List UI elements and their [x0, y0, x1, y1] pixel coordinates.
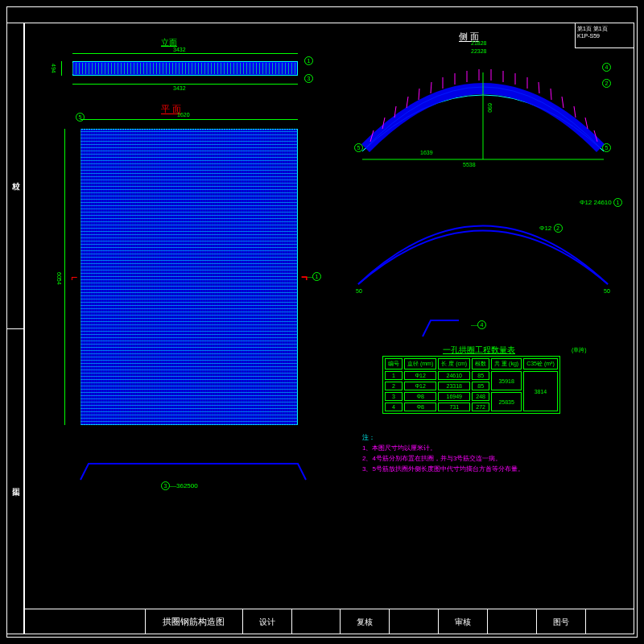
- plan-hatch: [80, 129, 298, 425]
- sidebar-cell-1: 校对: [7, 23, 23, 328]
- dim-side-span: 5538: [463, 162, 476, 167]
- dim-plan-top: [80, 119, 298, 120]
- tb-empty2: [390, 609, 439, 634]
- svg-line-4: [419, 89, 419, 100]
- section-mark-left: ⌐: [71, 270, 77, 283]
- rebar-arc: [346, 184, 620, 296]
- th-3: 根数: [472, 358, 489, 369]
- th-1: 直径 (mm): [404, 358, 436, 369]
- side-callout-5l: 5: [354, 143, 363, 152]
- table-row: 1Φ122461085359183814: [385, 371, 558, 380]
- notes-block: 注： 1、本图尺寸均以厘米计。 2、4号筋分别布置在拱圈，并与3号筋交连一病。 …: [362, 433, 620, 473]
- callout-plan-5: 5: [76, 113, 85, 122]
- dim-side-top: 21828: [471, 40, 486, 46]
- arc-end-r: 50: [604, 288, 610, 294]
- dim-plan-left-val: 6054: [56, 272, 62, 285]
- dim-elev-bot: [72, 84, 298, 85]
- arc-callout-1: Φ12 24610 1: [580, 198, 622, 207]
- note-line-3: 3、5号筋放拱圈外侧长度图中代寸均摘台方首等分布量。: [362, 464, 620, 473]
- svg-line-15: [551, 89, 551, 100]
- tb-empty1: [292, 609, 341, 634]
- tb-spacer: [24, 609, 146, 634]
- section-mark-right: ¬: [301, 270, 308, 283]
- dim-side-rise: 690: [487, 103, 493, 113]
- note-line-1: 1、本图尺寸均以厘米计。: [362, 444, 620, 452]
- arc-end-l: 50: [356, 288, 362, 294]
- svg-line-3: [407, 97, 408, 108]
- main-area: 立面 3432 3432 494 1 3 平 面 1620 6054 5 —1 …: [24, 23, 634, 609]
- dim-side-top2: 22328: [471, 48, 486, 54]
- tb-design: 设计: [243, 609, 292, 634]
- elevation-hatch: [72, 63, 298, 74]
- side-callout-2: 2: [602, 79, 611, 88]
- th-5: C35砼 (m³): [523, 358, 558, 369]
- dim-elev-bot-val: 3432: [173, 85, 186, 91]
- sidebar: 校对 集团: [6, 23, 24, 634]
- drawing-title: 拱圈钢筋构造图: [146, 609, 243, 634]
- table-title: 一孔拱圈工程数量表: [443, 345, 515, 356]
- svg-line-16: [562, 97, 564, 108]
- callout-plan-1: —1: [306, 272, 321, 281]
- tb-check: 复核: [341, 609, 390, 634]
- svg-line-17: [574, 106, 576, 118]
- callout-elev-1: 1: [304, 56, 313, 65]
- note-line-2: 2、4号筋分别布置在拱圈，并与3号筋交连一病。: [362, 454, 620, 463]
- th-4: 共 重 (kg): [491, 358, 522, 369]
- svg-line-14: [539, 82, 539, 93]
- dim-plan-left: [64, 129, 65, 425]
- svg-line-5: [431, 82, 431, 93]
- dim-elev-left: [61, 61, 62, 76]
- dim-elev-left-val: 494: [51, 64, 56, 73]
- quantity-table: 编号 直径 (mm) 长 度 (cm) 根数 共 重 (kg) C35砼 (m³…: [382, 356, 560, 414]
- side-arc: [346, 47, 620, 167]
- th-0: 编号: [385, 358, 402, 369]
- tb-empty3: [488, 609, 537, 634]
- tb-review: 审核: [439, 609, 488, 634]
- notes-header: 注：: [362, 433, 620, 442]
- dim-elev-top: [72, 53, 298, 54]
- callout-bot-3: 3—362500: [161, 481, 198, 490]
- dim-side-half: 1639: [420, 150, 433, 155]
- bar4-callout: —4: [471, 320, 486, 329]
- callout-elev-3: 3: [304, 74, 313, 83]
- dim-elev-top-val: 3432: [173, 47, 186, 52]
- title-block: 拱圈钢筋构造图 设计 复核 审核 图号: [24, 609, 634, 634]
- dim-plan-top-val: 1620: [177, 112, 190, 118]
- side-callout-4: 4: [602, 63, 611, 72]
- tb-empty4: [586, 609, 634, 634]
- side-callout-5r: 5: [602, 143, 611, 152]
- bar4-shape: [419, 312, 467, 345]
- tb-num: 图号: [537, 609, 586, 634]
- table-unit: (单跨): [572, 346, 587, 354]
- sidebar-cell-2: 集团: [7, 328, 23, 634]
- arc-callout-2: Φ12 2: [539, 224, 563, 233]
- th-2: 长 度 (cm): [438, 358, 470, 369]
